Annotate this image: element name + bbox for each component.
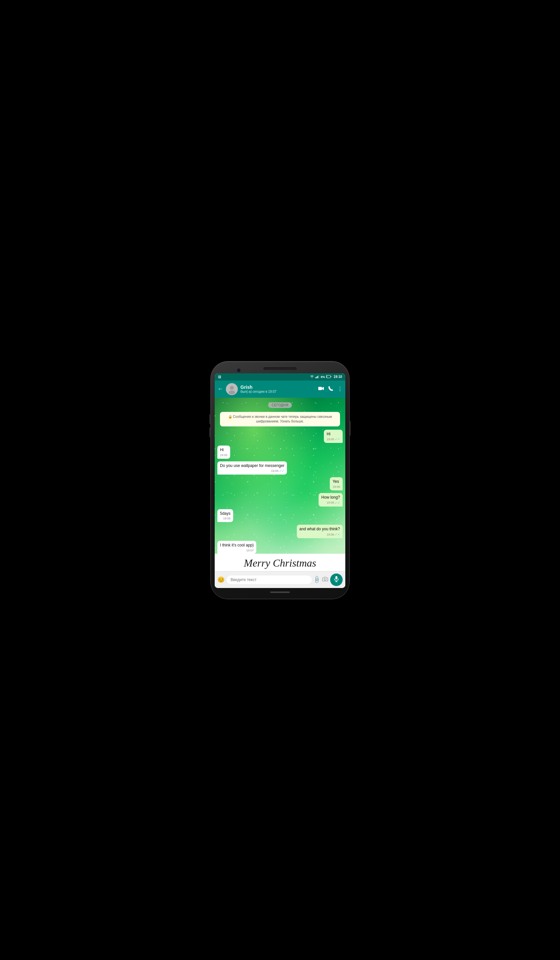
message-time: 19:05: [220, 453, 227, 458]
clock: 19:10: [333, 375, 342, 379]
contact-info[interactable]: Grish был(-а) сегодня в 19:07: [240, 384, 315, 394]
avatar[interactable]: [226, 383, 238, 395]
phone-device: 🖼 8%: [211, 362, 349, 599]
svg-point-9: [229, 390, 235, 394]
phone-screen: 🖼 8%: [215, 373, 345, 588]
header-icons: ⋮: [318, 386, 342, 392]
menu-icon[interactable]: ⋮: [338, 386, 342, 392]
message-row: Hi 19:05: [218, 446, 342, 458]
message-meta: 19:07: [220, 549, 254, 553]
svg-rect-1: [316, 377, 317, 378]
message-bubble-sent: How long? 19:06 ✓✓: [318, 493, 342, 507]
svg-rect-10: [318, 387, 322, 390]
back-button[interactable]: ←: [218, 386, 223, 392]
mic-icon: [334, 576, 339, 583]
message-text: Yes: [333, 479, 339, 484]
notification-icon: 🖼: [218, 375, 221, 379]
message-meta: 19:05: [220, 453, 227, 458]
wifi-icon: [310, 375, 314, 379]
message-row: I think it's cool app) 19:07: [218, 541, 342, 554]
message-bubble-sent: and what do you think? 19:06 ✓✓: [297, 525, 342, 538]
battery-icon: [326, 375, 331, 379]
message-row: Do you use wallpaper for messenger 19:05…: [218, 461, 342, 475]
front-camera: [237, 369, 240, 372]
message-text: I think it's cool app): [220, 543, 254, 547]
svg-rect-2: [317, 376, 318, 378]
message-time: 19:05: [326, 437, 334, 442]
message-ticks: ✓✓: [279, 469, 284, 473]
input-section: Merry Christmas 😊 📎: [215, 554, 345, 588]
message-meta: 19:06: [333, 485, 340, 489]
chat-header: ← Grish был(-а) сегодня в 19:07: [215, 381, 345, 398]
camera-button[interactable]: [322, 577, 328, 583]
message-text: How long?: [321, 495, 340, 500]
message-meta: 19:06 ✓✓: [299, 532, 340, 537]
message-meta: 19:05 ✓✓: [220, 469, 284, 473]
date-badge: СЕГОДНЯ: [268, 402, 291, 408]
christmas-area: Merry Christmas: [215, 554, 345, 571]
battery-percent: 8%: [320, 375, 325, 379]
message-meta: 19:06 ✓✓: [321, 501, 340, 505]
voice-call-icon[interactable]: [328, 386, 333, 392]
message-row: Yes 19:06: [218, 477, 342, 490]
message-time: 19:06: [333, 485, 340, 489]
message-meta: 19:05 ✓✓: [326, 437, 340, 442]
message-input[interactable]: [227, 576, 312, 584]
svg-point-11: [324, 578, 326, 581]
mic-button[interactable]: [330, 573, 342, 586]
svg-point-8: [230, 386, 234, 390]
signal-icon: [315, 375, 319, 379]
christmas-text: Merry Christmas: [244, 557, 316, 569]
status-right: 8% 19:10: [310, 375, 342, 379]
message-time: 19:06: [326, 501, 334, 505]
attach-button[interactable]: 📎: [312, 575, 322, 584]
message-input-bar: 😊 📎: [215, 571, 345, 588]
status-left: 🖼: [218, 375, 221, 379]
message-bubble-received: 5days 19:06: [218, 509, 233, 522]
message-text: and what do you think?: [299, 526, 340, 531]
message-text: Do you use wallpaper for messenger: [220, 463, 284, 468]
power-button[interactable]: [349, 421, 350, 436]
svg-rect-0: [315, 377, 316, 378]
message-text: Hi: [220, 448, 224, 452]
message-text: Hi: [326, 432, 330, 436]
svg-rect-3: [318, 375, 319, 378]
message-bubble-received: I think it's cool app) 19:07: [218, 541, 256, 554]
message-time: 19:06: [326, 533, 334, 537]
svg-rect-5: [326, 376, 327, 378]
message-meta: 19:06: [220, 517, 230, 521]
date-divider: СЕГОДНЯ: [268, 402, 291, 408]
message-text: 5days: [220, 511, 230, 516]
encryption-notice[interactable]: 🔒 Сообщения и звонки в данном чате тепер…: [220, 412, 340, 426]
svg-rect-6: [331, 376, 331, 377]
speaker-grille: [264, 367, 296, 370]
message-row: Hi 19:05 ✓✓: [218, 430, 342, 443]
chat-area: СЕГОДНЯ 🔒 Сообщения и звонки в данном ча…: [215, 398, 345, 554]
message-time: 19:05: [271, 469, 279, 473]
volume-down-button[interactable]: [210, 427, 211, 437]
message-ticks: ✓✓: [335, 532, 340, 537]
home-bar[interactable]: [270, 591, 290, 593]
message-bubble-received: Hi 19:05: [218, 446, 230, 458]
message-bubble-received: Do you use wallpaper for messenger 19:05…: [218, 461, 287, 475]
video-call-icon[interactable]: [318, 386, 324, 392]
message-time: 19:06: [223, 517, 231, 521]
message-bubble-sent: Yes 19:06: [330, 477, 342, 490]
contact-name: Grish: [240, 384, 315, 390]
message-ticks: ✓✓: [335, 437, 340, 442]
volume-up-button[interactable]: [210, 414, 211, 424]
status-bar: 🖼 8%: [215, 373, 345, 381]
contact-status: был(-а) сегодня в 19:07: [240, 390, 315, 394]
message-row: 5days 19:06: [218, 509, 342, 522]
emoji-button[interactable]: 😊: [218, 576, 225, 583]
message-bubble-sent: Hi 19:05 ✓✓: [324, 430, 342, 443]
svg-rect-12: [335, 576, 338, 579]
chat-messages: СЕГОДНЯ 🔒 Сообщения и звонки в данном ча…: [215, 398, 345, 554]
message-time: 19:07: [246, 549, 254, 553]
message-row: and what do you think? 19:06 ✓✓: [218, 525, 342, 538]
message-row: How long? 19:06 ✓✓: [218, 493, 342, 507]
message-ticks: ✓✓: [335, 501, 340, 505]
